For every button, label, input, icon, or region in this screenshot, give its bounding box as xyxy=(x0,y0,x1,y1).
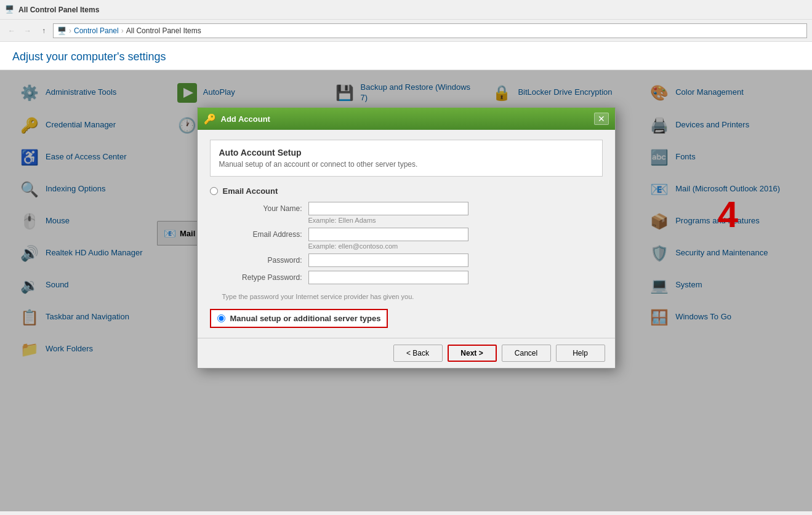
password-input-wrap xyxy=(308,254,468,267)
window-title: All Control Panel Items xyxy=(18,6,99,14)
dialog-titlebar: 🔑 Add Account ✕ xyxy=(198,108,615,130)
password-input[interactable] xyxy=(308,254,468,267)
manual-setup-label: Manual setup or additional server types xyxy=(230,314,381,323)
email-address-hint: Example: ellen@contoso.com xyxy=(308,242,468,250)
window-icon: 🖥️ xyxy=(5,5,15,15)
path-icon: 🖥️ xyxy=(57,26,66,35)
password-label: Password: xyxy=(222,254,302,265)
email-account-radio[interactable] xyxy=(210,187,218,195)
path-all-items: All Control Panel Items xyxy=(126,26,201,35)
retype-password-input[interactable] xyxy=(308,271,468,284)
dialog-title-icon: 🔑 xyxy=(204,113,216,125)
retype-password-input-wrap xyxy=(308,271,468,284)
dialog-footer: < Back Next > Cancel Help xyxy=(198,338,615,368)
manual-setup-radio[interactable] xyxy=(217,314,225,322)
email-account-radio-row: Email Account xyxy=(210,186,603,196)
your-name-input-wrap: Example: Ellen Adams xyxy=(308,202,468,224)
dialog-title: Add Account xyxy=(221,114,270,124)
path-control-panel[interactable]: Control Panel xyxy=(74,26,119,35)
address-path: 🖥️ › Control Panel › All Control Panel I… xyxy=(53,23,807,38)
cancel-button[interactable]: Cancel xyxy=(502,345,551,362)
your-name-hint: Example: Ellen Adams xyxy=(308,217,468,224)
auto-setup-section: Auto Account Setup Manual setup of an ac… xyxy=(210,140,603,177)
auto-setup-title: Auto Account Setup xyxy=(219,148,593,158)
retype-password-label: Retype Password: xyxy=(222,271,302,282)
dialog-close-button[interactable]: ✕ xyxy=(594,113,609,125)
address-bar: ← → ↑ 🖥️ › Control Panel › All Control P… xyxy=(0,20,812,42)
email-account-radio-label: Email Account xyxy=(223,186,278,196)
page-header: Adjust your computer's settings xyxy=(0,42,812,70)
email-address-label: Email Address: xyxy=(222,228,302,239)
account-form-grid: Your Name: Example: Ellen Adams Email Ad… xyxy=(222,202,603,284)
auto-setup-subtitle: Manual setup of an account or connect to… xyxy=(219,160,593,169)
modal-overlay: 🔑 Add Account ✕ Auto Account Setup Manua… xyxy=(0,70,812,511)
dialog-body: Auto Account Setup Manual setup of an ac… xyxy=(198,130,615,338)
back-button[interactable]: < Back xyxy=(393,345,443,362)
help-button[interactable]: Help xyxy=(556,345,605,362)
manual-setup-row[interactable]: Manual setup or additional server types xyxy=(210,309,388,328)
email-account-section: Email Account Your Name: Example: Ellen … xyxy=(210,186,603,300)
your-name-label: Your Name: xyxy=(222,202,302,213)
email-address-input-wrap: Example: ellen@contoso.com xyxy=(308,228,468,250)
email-address-input[interactable] xyxy=(308,228,468,241)
title-bar: 🖥️ All Control Panel Items xyxy=(0,0,812,20)
add-account-dialog: 🔑 Add Account ✕ Auto Account Setup Manua… xyxy=(197,107,616,369)
cp-content: ⚙️ Administrative Tools AutoPlay 💾 Backu… xyxy=(0,70,812,511)
next-button[interactable]: Next > xyxy=(448,345,497,362)
password-hint: Type the password your Internet service … xyxy=(222,293,603,300)
your-name-input[interactable] xyxy=(308,202,468,215)
up-button[interactable]: ↑ xyxy=(37,24,50,38)
back-button[interactable]: ← xyxy=(5,24,18,38)
page-title: Adjust your computer's settings xyxy=(12,50,166,63)
forward-button[interactable]: → xyxy=(21,24,34,38)
